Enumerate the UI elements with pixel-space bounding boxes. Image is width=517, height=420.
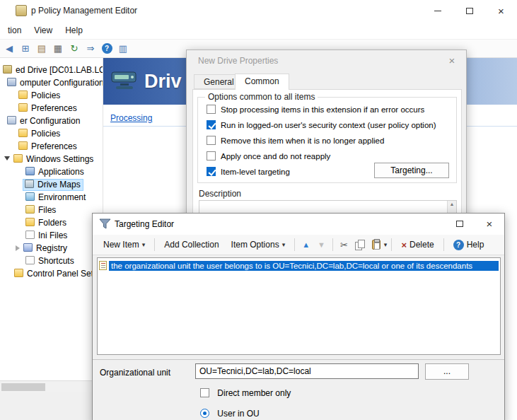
back-icon[interactable]: ◀ bbox=[3, 42, 16, 55]
tree-item-ini-files[interactable]: Ini Files bbox=[0, 229, 103, 242]
tree-item-policies[interactable]: Policies bbox=[0, 89, 103, 102]
item-level-targeting-checkbox[interactable] bbox=[207, 167, 216, 176]
folder-icon bbox=[18, 103, 28, 112]
new-drive-properties-dialog: New Drive Properties × General Common Op… bbox=[186, 49, 467, 225]
tree-item-registry[interactable]: Registry bbox=[0, 242, 103, 255]
help-icon[interactable]: ? bbox=[100, 42, 113, 55]
tree-item-files[interactable]: Files bbox=[0, 204, 103, 216]
targeting-item-text[interactable]: the organizational unit the user belongs… bbox=[109, 261, 499, 271]
menu-view[interactable]: View bbox=[28, 22, 59, 39]
tree-item-drive-maps[interactable]: Drive Maps bbox=[0, 178, 103, 191]
dialog-title: Targeting Editor bbox=[115, 219, 174, 229]
tree-item-windows-settings[interactable]: Windows Settings bbox=[0, 153, 103, 165]
user-in-ou-label: User in OU bbox=[217, 409, 259, 419]
chevron-down-icon: ▾ bbox=[142, 241, 146, 248]
folder-icon bbox=[13, 154, 23, 163]
targeting-item-row[interactable]: the organizational unit the user belongs… bbox=[99, 259, 499, 272]
targeting-titlebar[interactable]: Targeting Editor × bbox=[93, 214, 504, 235]
tree-item-preferences[interactable]: Preferences bbox=[0, 102, 103, 115]
maximize-button[interactable] bbox=[453, 0, 485, 21]
organizational-unit-label: Organizational unit bbox=[100, 368, 170, 378]
expander-closed-icon[interactable] bbox=[16, 245, 20, 251]
gpo-root-icon bbox=[3, 65, 12, 74]
options-group-box: Options common to all items Stop process… bbox=[197, 97, 457, 183]
folders-icon bbox=[25, 218, 35, 226]
new-item-button[interactable]: New Item▾ bbox=[98, 237, 150, 252]
toolbar-separator bbox=[443, 238, 444, 251]
apply-once-checkbox[interactable] bbox=[207, 151, 216, 161]
folder-icon bbox=[18, 129, 28, 137]
close-button[interactable]: × bbox=[438, 50, 466, 70]
add-collection-button[interactable]: Add Collection bbox=[159, 237, 223, 252]
item-options-button[interactable]: Item Options▾ bbox=[226, 237, 291, 252]
folder-icon bbox=[18, 91, 28, 99]
targeting-editor-dialog: Targeting Editor × New Item▾ Add Collect… bbox=[92, 213, 505, 420]
targeting-toolbar: New Item▾ Add Collection Item Options▾ ▲… bbox=[93, 235, 504, 255]
maximize-button[interactable] bbox=[445, 214, 475, 234]
close-icon: × bbox=[498, 6, 504, 16]
tree-item-preferences[interactable]: Preferences bbox=[0, 140, 103, 153]
tree-item-folders[interactable]: Folders bbox=[0, 216, 103, 229]
tree-item-environment[interactable]: Environment bbox=[0, 191, 103, 204]
stop-processing-checkbox[interactable] bbox=[207, 105, 216, 114]
processing-link[interactable]: Processing bbox=[110, 113, 152, 123]
form-divider bbox=[93, 359, 504, 360]
applications-icon bbox=[25, 167, 35, 175]
console-tree: ed Drive [DC01.LAB.LOCA omputer Configur… bbox=[0, 58, 103, 380]
list-view-icon[interactable]: ▥ bbox=[117, 42, 129, 55]
tree-item-shortcuts[interactable]: Shortcuts bbox=[0, 255, 103, 267]
tab-common[interactable]: Common bbox=[235, 74, 289, 90]
menu-help[interactable]: Help bbox=[59, 22, 89, 39]
toolbar-separator bbox=[332, 238, 333, 251]
paste-icon[interactable] bbox=[372, 240, 381, 250]
tree-item-user-configuration[interactable]: er Configuration bbox=[0, 115, 103, 127]
registry-icon bbox=[23, 243, 33, 252]
scrollbar-thumb[interactable] bbox=[1, 383, 45, 391]
tree-item-computer-configuration[interactable]: omputer Configuration bbox=[0, 76, 103, 89]
minimize-button[interactable] bbox=[422, 0, 453, 21]
refresh-icon[interactable]: ↻ bbox=[68, 42, 81, 55]
move-up-icon[interactable]: ▲ bbox=[299, 240, 313, 249]
group-box-label: Options common to all items bbox=[205, 92, 318, 102]
description-label: Description bbox=[199, 189, 241, 199]
ini-icon bbox=[25, 231, 35, 239]
run-in-user-context-checkbox[interactable] bbox=[207, 120, 216, 129]
copy-icon[interactable] bbox=[355, 240, 365, 250]
tree-item-control-panel-settings[interactable]: Control Panel Sett bbox=[0, 267, 103, 280]
environment-icon bbox=[25, 192, 35, 201]
user-in-ou-radio[interactable] bbox=[200, 409, 209, 418]
show-tree-icon[interactable]: ⊞ bbox=[19, 42, 32, 55]
main-titlebar[interactable]: p Policy Management Editor × bbox=[0, 0, 517, 21]
targeting-button[interactable]: Targeting... bbox=[374, 163, 449, 178]
maximize-icon bbox=[466, 8, 473, 14]
paste-chevron-icon[interactable]: ▾ bbox=[384, 241, 388, 248]
tree-item-policies[interactable]: Policies bbox=[0, 127, 103, 140]
help-button[interactable]: ?Help bbox=[448, 237, 489, 253]
close-icon: × bbox=[487, 218, 493, 229]
export-list-icon[interactable]: ⇒ bbox=[84, 42, 97, 55]
menu-action[interactable]: tion bbox=[1, 22, 28, 39]
targeting-items-list[interactable]: the organizational unit the user belongs… bbox=[97, 257, 501, 355]
cut-icon[interactable]: ✂ bbox=[337, 240, 351, 250]
drive-maps-header-icon bbox=[109, 68, 140, 93]
tree-item-applications[interactable]: Applications bbox=[0, 165, 103, 178]
organizational-unit-input[interactable] bbox=[195, 363, 419, 379]
common-tab-page: Options common to all items Stop process… bbox=[192, 89, 462, 216]
close-button[interactable]: × bbox=[475, 214, 504, 234]
delete-x-icon: × bbox=[401, 240, 407, 250]
expander-open-icon[interactable] bbox=[4, 156, 10, 161]
close-button[interactable]: × bbox=[485, 0, 517, 21]
tree-item-gpo-root[interactable]: ed Drive [DC01.LAB.LOCA bbox=[0, 64, 103, 76]
remove-when-not-applied-checkbox[interactable] bbox=[207, 136, 216, 145]
printer-icon[interactable]: ▦ bbox=[52, 42, 64, 55]
chevron-down-icon: ▾ bbox=[282, 241, 286, 248]
help-question-icon: ? bbox=[102, 43, 112, 54]
clipboard-icon[interactable]: ▤ bbox=[35, 42, 48, 55]
browse-button[interactable]: ... bbox=[425, 363, 469, 380]
delete-button[interactable]: ×Delete bbox=[396, 237, 438, 253]
move-down-icon[interactable]: ▼ bbox=[315, 240, 328, 249]
tree-horizontal-scrollbar[interactable] bbox=[0, 380, 103, 392]
toolbar-separator bbox=[154, 238, 155, 251]
direct-member-only-checkbox[interactable] bbox=[200, 388, 209, 397]
files-icon bbox=[25, 205, 35, 214]
